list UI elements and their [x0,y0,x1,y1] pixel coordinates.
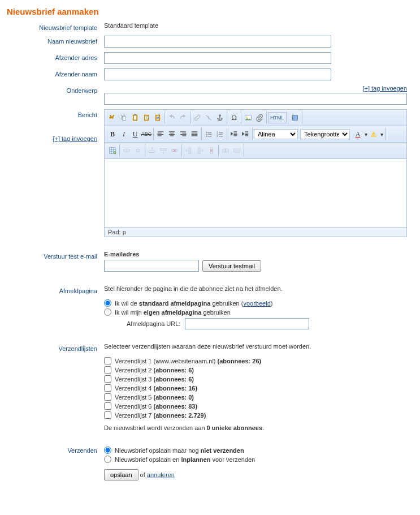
svg-rect-32 [223,149,226,152]
message-insert-tag-link[interactable]: [+] tag invoegen [53,135,97,142]
paste-text-icon[interactable]: T [141,112,152,123]
label-message: Bericht [7,111,97,118]
template-value: Standaard template [104,22,413,29]
fullscreen-icon[interactable] [289,112,301,123]
unsub-own-radio[interactable] [104,308,111,316]
undo-icon[interactable] [166,112,177,123]
unsubscribe-intro: Stel hieronder de pagina in die de abonn… [104,285,404,292]
svg-point-15 [206,132,207,133]
svg-rect-1 [123,117,126,121]
table-insert-icon[interactable] [107,145,118,156]
attach-icon[interactable] [254,112,265,123]
sender-addr-input[interactable] [104,52,331,64]
cancel-link[interactable]: annuleren [147,471,175,478]
editor-body[interactable] [105,159,406,227]
list-item: Verzendlijst 6 (abonnees: 83) [104,402,404,410]
image-icon[interactable] [243,112,254,123]
label-sender-addr: Afzender adres [7,52,104,61]
underline-icon[interactable]: U [129,128,141,140]
svg-text:W: W [157,117,159,119]
html-source-button[interactable]: HTML [268,112,287,123]
svg-text:3: 3 [217,135,218,138]
send-save-radio[interactable] [104,447,111,454]
svg-point-13 [246,117,248,118]
list-checkbox[interactable] [104,411,111,419]
list-item: Verzendlijst 1 (www.websitenaam.nl) (abo… [104,357,404,364]
list-checkbox[interactable] [104,366,111,374]
fontsize-select[interactable]: Tekengrootte [300,129,350,139]
list-ul-icon[interactable] [203,128,214,140]
anchor-icon[interactable] [214,112,226,123]
label-unsubscribe: Afmeldpagina [7,285,104,294]
special-char-icon[interactable]: Ω [228,112,240,123]
sender-name-input[interactable] [104,68,331,80]
row-insert-before-icon[interactable] [146,145,158,156]
list-checkbox[interactable] [104,393,111,401]
svg-point-11 [219,115,220,116]
page-title: Nieuwsbrief aanmaken [7,7,413,16]
copy-icon[interactable] [118,112,129,123]
list-ol-icon[interactable]: 123 [214,128,226,140]
svg-rect-3 [134,116,137,120]
list-checkbox[interactable] [104,384,111,392]
list-item: Verzendlijst 2 (abonnees: 6) [104,366,404,374]
align-left-icon[interactable] [155,128,166,140]
list-item: Verzendlijst 4 (abonnees: 16) [104,384,404,392]
col-insert-before-icon[interactable] [183,145,194,156]
cells-split-icon[interactable] [220,145,231,156]
paste-word-icon[interactable]: W [152,112,163,123]
bg-color-dropdown-icon[interactable]: ▾ [379,128,384,140]
outdent-icon[interactable] [228,128,240,140]
label-sender-name: Afzender naam [7,68,104,78]
list-checkbox[interactable] [104,357,111,364]
subject-insert-tag-link[interactable]: [+] tag invoegen [362,85,407,92]
indent-icon[interactable] [240,128,251,140]
col-insert-after-icon[interactable] [194,145,206,156]
italic-icon[interactable]: I [118,128,129,140]
align-right-icon[interactable] [177,128,189,140]
format-select[interactable]: Alinea [254,129,298,139]
label-subject: Onderwerp [7,85,104,94]
editor-path: Pad: p [105,227,406,237]
row-delete-icon[interactable] [169,145,180,156]
unlink-icon[interactable] [203,112,214,123]
unsub-url-input[interactable] [185,318,309,329]
paste-icon[interactable] [129,112,141,123]
redo-icon[interactable] [177,112,189,123]
align-justify-icon[interactable] [189,128,200,140]
row-insert-after-icon[interactable] [158,145,169,156]
unsub-example-link[interactable]: voorbeeld [243,300,270,307]
list-item-label: Verzendlijst 2 (abonnees: 6) [115,367,194,374]
list-item-label: Verzendlijst 4 (abonnees: 16) [115,385,197,392]
send-schedule-radio[interactable] [104,456,111,463]
list-item-label: Verzendlijst 1 (www.websitenaam.nl) (abo… [115,358,261,364]
bg-color-icon[interactable] [368,128,379,140]
bold-icon[interactable]: B [107,128,118,140]
text-color-dropdown-icon[interactable]: ▾ [363,128,368,140]
svg-rect-4 [134,114,136,115]
save-button[interactable]: opslaan [104,469,138,480]
unsub-own-label: Ik wil mijn eigen afmeldpagina gebruiken [115,309,231,316]
link-icon[interactable] [192,112,203,123]
text-color-icon[interactable]: A [352,128,363,140]
col-delete-icon[interactable] [206,145,217,156]
test-email-input[interactable] [104,260,199,272]
table-cell-props-icon[interactable] [132,145,144,156]
align-center-icon[interactable] [166,128,177,140]
cells-merge-icon[interactable] [231,145,243,156]
svg-rect-25 [137,149,140,152]
table-row-props-icon[interactable] [121,145,132,156]
send-testmail-button[interactable]: Verstuur testmail [202,260,261,272]
unsub-default-radio[interactable] [104,299,111,307]
list-item-label: Verzendlijst 6 (abonnees: 83) [115,403,197,410]
list-checkbox[interactable] [104,375,111,383]
list-checkbox[interactable] [104,402,111,410]
unsub-url-label: Afmeldpagina URL: [127,320,180,327]
name-input[interactable] [104,36,331,48]
strike-icon[interactable]: ABC [141,128,152,140]
send-schedule-label: Nieuwsbrief opslaan en inplannen voor ve… [115,456,255,463]
subject-input[interactable] [104,93,407,105]
cut-icon[interactable] [107,112,118,123]
svg-rect-30 [198,148,201,154]
svg-rect-14 [292,115,297,120]
